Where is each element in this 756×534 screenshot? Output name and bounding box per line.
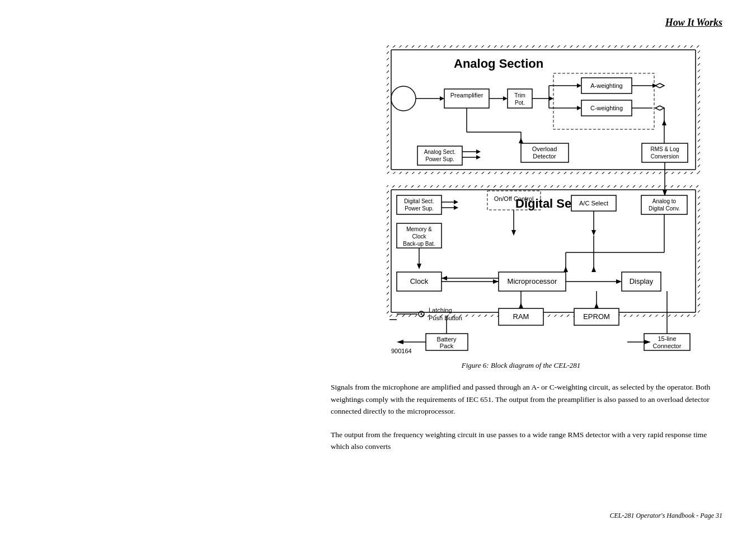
page-header: How It Works <box>34 17 722 29</box>
diagram-container: Analog Section Preamplifier Trim Pot. <box>331 40 711 355</box>
svg-text:RAM: RAM <box>513 312 529 321</box>
svg-text:Overload: Overload <box>532 146 557 152</box>
page-title: How It Works <box>665 17 722 28</box>
page-footer: CEL-281 Operator's Handbook - Page 31 <box>609 512 722 520</box>
paragraph-1: Signals from the microphone are amplifie… <box>331 381 711 418</box>
svg-text:Pack: Pack <box>440 343 454 349</box>
svg-text:Analog Sect.: Analog Sect. <box>424 149 456 155</box>
svg-text:Battery: Battery <box>437 336 457 343</box>
svg-text:Power Sup.: Power Sup. <box>425 156 454 162</box>
svg-text:On/Off Control: On/Off Control <box>494 195 534 202</box>
svg-text:Trim: Trim <box>514 92 525 99</box>
svg-text:Clock: Clock <box>412 233 426 240</box>
svg-text:C-weighting: C-weighting <box>590 105 623 111</box>
svg-text:Push Button: Push Button <box>429 315 462 321</box>
svg-text:Digital Conv.: Digital Conv. <box>649 205 680 212</box>
svg-text:RMS & Log: RMS & Log <box>650 146 679 152</box>
svg-text:15-line: 15-line <box>658 335 676 342</box>
svg-marker-118 <box>397 340 403 344</box>
svg-text:Display: Display <box>630 277 654 285</box>
svg-text:Power Sup.: Power Sup. <box>405 205 434 212</box>
svg-text:Microprocessor: Microprocessor <box>508 277 558 285</box>
svg-text:Analog to: Analog to <box>652 198 677 204</box>
svg-text:Latching: Latching <box>429 307 452 313</box>
figure-caption: Figure 6: Block diagram of the CEL-281 <box>331 361 711 370</box>
svg-text:Preamplifier: Preamplifier <box>450 92 483 99</box>
svg-point-112 <box>421 313 422 315</box>
content-area: Analog Section Preamplifier Trim Pot. <box>34 40 722 464</box>
svg-text:Analog Section: Analog Section <box>454 57 543 71</box>
svg-text:Connector: Connector <box>653 343 682 349</box>
svg-text:A-weighting: A-weighting <box>590 82 622 89</box>
page: How It Works Analog Section <box>0 0 756 534</box>
svg-text:900164: 900164 <box>391 348 412 353</box>
svg-text:Back-up Bat.: Back-up Bat. <box>403 241 435 247</box>
paragraph-2: The output from the frequency weighting … <box>331 429 711 453</box>
svg-text:Clock: Clock <box>410 277 429 285</box>
text-content: Signals from the microphone are amplifie… <box>331 381 711 464</box>
svg-text:Digital Sect.: Digital Sect. <box>404 198 434 204</box>
svg-text:EPROM: EPROM <box>583 312 610 321</box>
svg-text:A/C Select: A/C Select <box>579 200 608 207</box>
block-diagram: Analog Section Preamplifier Trim Pot. <box>331 40 711 353</box>
svg-text:Memory &: Memory & <box>406 226 432 232</box>
svg-text:Detector: Detector <box>533 153 556 160</box>
svg-text:Conversion: Conversion <box>651 153 679 160</box>
svg-text:Pot.: Pot. <box>515 100 525 106</box>
